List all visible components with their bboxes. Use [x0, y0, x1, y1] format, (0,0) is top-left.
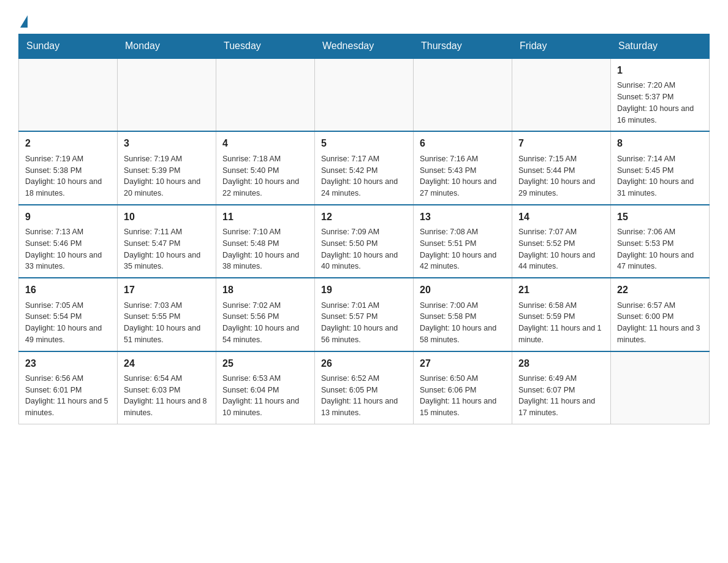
day-info: Sunrise: 7:05 AMSunset: 5:54 PMDaylight:…	[25, 300, 111, 346]
day-number: 19	[321, 283, 407, 297]
calendar-cell: 11Sunrise: 7:10 AMSunset: 5:48 PMDayligh…	[216, 205, 315, 278]
calendar-week-row: 9Sunrise: 7:13 AMSunset: 5:46 PMDaylight…	[19, 205, 710, 278]
day-number: 26	[321, 357, 407, 370]
calendar-cell: 20Sunrise: 7:00 AMSunset: 5:58 PMDayligh…	[414, 278, 512, 351]
calendar-cell: 28Sunrise: 6:49 AMSunset: 6:07 PMDayligh…	[512, 351, 611, 424]
weekday-header-sunday: Sunday	[19, 34, 118, 59]
day-info: Sunrise: 6:50 AMSunset: 6:06 PMDaylight:…	[420, 373, 506, 419]
calendar-cell	[414, 58, 512, 131]
calendar-cell	[19, 58, 118, 131]
calendar-week-row: 16Sunrise: 7:05 AMSunset: 5:54 PMDayligh…	[19, 278, 710, 351]
calendar-cell: 21Sunrise: 6:58 AMSunset: 5:59 PMDayligh…	[512, 278, 611, 351]
calendar-cell: 14Sunrise: 7:07 AMSunset: 5:52 PMDayligh…	[512, 205, 611, 278]
day-number: 1	[617, 64, 703, 77]
calendar-cell: 24Sunrise: 6:54 AMSunset: 6:03 PMDayligh…	[118, 351, 216, 424]
day-info: Sunrise: 6:52 AMSunset: 6:05 PMDaylight:…	[321, 373, 407, 419]
day-number: 11	[222, 210, 308, 224]
calendar-cell: 18Sunrise: 7:02 AMSunset: 5:56 PMDayligh…	[216, 278, 315, 351]
day-info: Sunrise: 7:11 AMSunset: 5:47 PMDaylight:…	[124, 226, 210, 272]
calendar-cell: 12Sunrise: 7:09 AMSunset: 5:50 PMDayligh…	[315, 205, 414, 278]
calendar-cell: 10Sunrise: 7:11 AMSunset: 5:47 PMDayligh…	[118, 205, 216, 278]
day-info: Sunrise: 6:58 AMSunset: 5:59 PMDaylight:…	[518, 300, 604, 346]
calendar-cell: 23Sunrise: 6:56 AMSunset: 6:01 PMDayligh…	[19, 351, 118, 424]
day-number: 28	[518, 357, 604, 370]
day-info: Sunrise: 7:19 AMSunset: 5:39 PMDaylight:…	[124, 153, 210, 199]
day-info: Sunrise: 7:03 AMSunset: 5:55 PMDaylight:…	[124, 300, 210, 346]
day-info: Sunrise: 6:49 AMSunset: 6:07 PMDaylight:…	[518, 373, 604, 419]
calendar-cell: 5Sunrise: 7:17 AMSunset: 5:42 PMDaylight…	[315, 131, 414, 204]
calendar-cell: 1Sunrise: 7:20 AMSunset: 5:37 PMDaylight…	[611, 58, 710, 131]
calendar-cell: 2Sunrise: 7:19 AMSunset: 5:38 PMDaylight…	[19, 131, 118, 204]
day-info: Sunrise: 7:09 AMSunset: 5:50 PMDaylight:…	[321, 226, 407, 272]
calendar-cell: 26Sunrise: 6:52 AMSunset: 6:05 PMDayligh…	[315, 351, 414, 424]
calendar-cell: 15Sunrise: 7:06 AMSunset: 5:53 PMDayligh…	[611, 205, 710, 278]
calendar-cell	[315, 58, 414, 131]
day-info: Sunrise: 6:56 AMSunset: 6:01 PMDaylight:…	[25, 373, 111, 419]
day-number: 25	[222, 357, 308, 370]
day-number: 17	[124, 283, 210, 297]
day-number: 2	[25, 137, 111, 150]
day-number: 16	[25, 283, 111, 297]
day-number: 4	[222, 137, 308, 150]
weekday-header-row: SundayMondayTuesdayWednesdayThursdayFrid…	[19, 34, 710, 59]
day-number: 12	[321, 210, 407, 224]
day-info: Sunrise: 7:19 AMSunset: 5:38 PMDaylight:…	[25, 153, 111, 199]
day-info: Sunrise: 7:14 AMSunset: 5:45 PMDaylight:…	[617, 153, 703, 199]
calendar-cell	[216, 58, 315, 131]
weekday-header-saturday: Saturday	[611, 34, 710, 59]
calendar-cell: 19Sunrise: 7:01 AMSunset: 5:57 PMDayligh…	[315, 278, 414, 351]
day-info: Sunrise: 7:15 AMSunset: 5:44 PMDaylight:…	[518, 153, 604, 199]
day-number: 13	[420, 210, 506, 224]
day-number: 23	[25, 357, 111, 370]
calendar-cell: 13Sunrise: 7:08 AMSunset: 5:51 PMDayligh…	[414, 205, 512, 278]
day-number: 18	[222, 283, 308, 297]
day-number: 6	[420, 137, 506, 150]
calendar-cell: 8Sunrise: 7:14 AMSunset: 5:45 PMDaylight…	[611, 131, 710, 204]
calendar-cell: 7Sunrise: 7:15 AMSunset: 5:44 PMDaylight…	[512, 131, 611, 204]
calendar-week-row: 1Sunrise: 7:20 AMSunset: 5:37 PMDaylight…	[19, 58, 710, 131]
day-number: 10	[124, 210, 210, 224]
calendar-cell: 27Sunrise: 6:50 AMSunset: 6:06 PMDayligh…	[414, 351, 512, 424]
day-info: Sunrise: 7:18 AMSunset: 5:40 PMDaylight:…	[222, 153, 308, 199]
day-info: Sunrise: 7:13 AMSunset: 5:46 PMDaylight:…	[25, 226, 111, 272]
day-info: Sunrise: 7:07 AMSunset: 5:52 PMDaylight:…	[518, 226, 604, 272]
day-info: Sunrise: 7:01 AMSunset: 5:57 PMDaylight:…	[321, 300, 407, 346]
calendar-week-row: 2Sunrise: 7:19 AMSunset: 5:38 PMDaylight…	[19, 131, 710, 204]
day-number: 15	[617, 210, 703, 224]
day-number: 5	[321, 137, 407, 150]
day-info: Sunrise: 7:20 AMSunset: 5:37 PMDaylight:…	[617, 80, 703, 126]
calendar-cell: 9Sunrise: 7:13 AMSunset: 5:46 PMDaylight…	[19, 205, 118, 278]
calendar-cell: 3Sunrise: 7:19 AMSunset: 5:39 PMDaylight…	[118, 131, 216, 204]
calendar-cell	[611, 351, 710, 424]
day-number: 21	[518, 283, 604, 297]
calendar-cell: 16Sunrise: 7:05 AMSunset: 5:54 PMDayligh…	[19, 278, 118, 351]
weekday-header-tuesday: Tuesday	[216, 34, 315, 59]
calendar-week-row: 23Sunrise: 6:56 AMSunset: 6:01 PMDayligh…	[19, 351, 710, 424]
weekday-header-monday: Monday	[118, 34, 216, 59]
day-number: 24	[124, 357, 210, 370]
day-info: Sunrise: 6:57 AMSunset: 6:00 PMDaylight:…	[617, 300, 703, 346]
day-number: 27	[420, 357, 506, 370]
day-number: 14	[518, 210, 604, 224]
day-number: 3	[124, 137, 210, 150]
weekday-header-friday: Friday	[512, 34, 611, 59]
day-info: Sunrise: 7:10 AMSunset: 5:48 PMDaylight:…	[222, 226, 308, 272]
calendar-cell	[118, 58, 216, 131]
logo	[18, 12, 28, 28]
page-header	[18, 12, 710, 28]
calendar-cell	[512, 58, 611, 131]
day-info: Sunrise: 7:17 AMSunset: 5:42 PMDaylight:…	[321, 153, 407, 199]
day-info: Sunrise: 6:53 AMSunset: 6:04 PMDaylight:…	[222, 373, 308, 419]
day-info: Sunrise: 7:16 AMSunset: 5:43 PMDaylight:…	[420, 153, 506, 199]
calendar-cell: 22Sunrise: 6:57 AMSunset: 6:00 PMDayligh…	[611, 278, 710, 351]
weekday-header-wednesday: Wednesday	[315, 34, 414, 59]
day-number: 22	[617, 283, 703, 297]
calendar-cell: 17Sunrise: 7:03 AMSunset: 5:55 PMDayligh…	[118, 278, 216, 351]
day-info: Sunrise: 7:02 AMSunset: 5:56 PMDaylight:…	[222, 300, 308, 346]
logo-triangle-icon	[20, 15, 28, 28]
calendar-cell: 4Sunrise: 7:18 AMSunset: 5:40 PMDaylight…	[216, 131, 315, 204]
day-number: 7	[518, 137, 604, 150]
day-number: 20	[420, 283, 506, 297]
day-info: Sunrise: 7:00 AMSunset: 5:58 PMDaylight:…	[420, 300, 506, 346]
calendar-table: SundayMondayTuesdayWednesdayThursdayFrid…	[18, 34, 710, 424]
